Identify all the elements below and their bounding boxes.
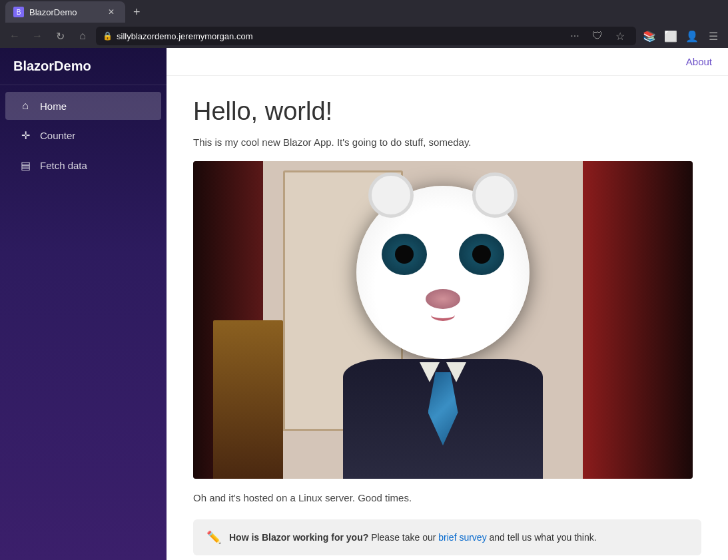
app-container: BlazorDemo ⌂ Home ✛ Counter ▤ Fetch data… bbox=[0, 48, 728, 560]
active-tab[interactable]: B BlazorDemo ✕ bbox=[5, 1, 125, 23]
bottom-text: Oh and it's hosted on a Linux server. Go… bbox=[193, 492, 701, 503]
sidebar-nav: ⌂ Home ✛ Counter ▤ Fetch data bbox=[0, 85, 167, 186]
profile-icon[interactable]: 👤 bbox=[683, 27, 701, 45]
counter-icon: ✛ bbox=[19, 129, 32, 142]
sidebar-item-fetch-data[interactable]: ▤ Fetch data bbox=[5, 151, 161, 180]
new-tab-button[interactable]: + bbox=[128, 3, 146, 22]
bookmark-icon[interactable]: ☆ bbox=[611, 27, 629, 45]
sidebar: BlazorDemo ⌂ Home ✛ Counter ▤ Fetch data bbox=[0, 48, 167, 560]
tab-bar: B BlazorDemo ✕ + bbox=[0, 0, 728, 24]
reload-button[interactable]: ↻ bbox=[51, 27, 69, 45]
address-bar[interactable]: 🔒 sillyblazordemo.jeremymorgan.com ··· 🛡… bbox=[96, 27, 636, 45]
back-button[interactable]: ← bbox=[5, 27, 24, 45]
survey-text-before: Please take our bbox=[371, 532, 438, 543]
menu-icon[interactable]: ☰ bbox=[704, 27, 723, 45]
address-text: sillyblazordemo.jeremymorgan.com bbox=[117, 31, 561, 41]
more-options-icon[interactable]: ··· bbox=[565, 27, 584, 45]
page-title: Hello, world! bbox=[193, 97, 701, 126]
toolbar-actions: 📚 ⬜ 👤 ☰ bbox=[640, 27, 723, 45]
security-icon: 🔒 bbox=[103, 31, 113, 41]
pocket-icon[interactable]: 🛡 bbox=[588, 27, 607, 45]
panda-scene bbox=[193, 161, 693, 479]
browser-chrome: B BlazorDemo ✕ + ← → ↻ ⌂ 🔒 sillyblazorde… bbox=[0, 0, 728, 48]
collections-icon[interactable]: 📚 bbox=[640, 27, 659, 45]
brief-survey-link[interactable]: brief survey bbox=[438, 532, 486, 543]
tab-title: BlazorDemo bbox=[29, 7, 77, 17]
survey-box: ✏️ How is Blazor working for you? Please… bbox=[193, 519, 701, 555]
tab-favicon: B bbox=[13, 7, 24, 17]
tab-close-button[interactable]: ✕ bbox=[105, 6, 117, 18]
sidebar-item-counter-label: Counter bbox=[40, 130, 75, 141]
main-content: About Hello, world! This is my cool new … bbox=[167, 48, 728, 560]
sidebar-item-home[interactable]: ⌂ Home bbox=[5, 92, 161, 120]
fetch-data-icon: ▤ bbox=[19, 159, 32, 172]
about-link[interactable]: About bbox=[686, 56, 712, 67]
sidebar-item-counter[interactable]: ✛ Counter bbox=[5, 121, 161, 150]
survey-text-after: and tell us what you think. bbox=[487, 532, 597, 543]
survey-heading: How is Blazor working for you? bbox=[229, 532, 368, 543]
top-bar: About bbox=[167, 48, 728, 76]
home-icon: ⌂ bbox=[19, 100, 32, 112]
sidebar-item-fetch-data-label: Fetch data bbox=[40, 160, 87, 171]
browser-toolbar: ← → ↻ ⌂ 🔒 sillyblazordemo.jeremymorgan.c… bbox=[0, 24, 728, 48]
panda-image bbox=[193, 161, 693, 479]
survey-text: How is Blazor working for you? Please ta… bbox=[229, 532, 597, 543]
tabs-icon[interactable]: ⬜ bbox=[661, 27, 680, 45]
forward-button[interactable]: → bbox=[28, 27, 47, 45]
survey-pencil-icon: ✏️ bbox=[206, 530, 221, 545]
page-body: Hello, world! This is my cool new Blazor… bbox=[167, 76, 728, 560]
domain-bold: jeremymorgan.com bbox=[179, 31, 252, 41]
home-button[interactable]: ⌂ bbox=[73, 27, 92, 45]
sidebar-item-home-label: Home bbox=[40, 101, 67, 112]
page-subtitle: This is my cool new Blazor App. It's goi… bbox=[193, 137, 701, 148]
sidebar-brand: BlazorDemo bbox=[0, 48, 167, 85]
